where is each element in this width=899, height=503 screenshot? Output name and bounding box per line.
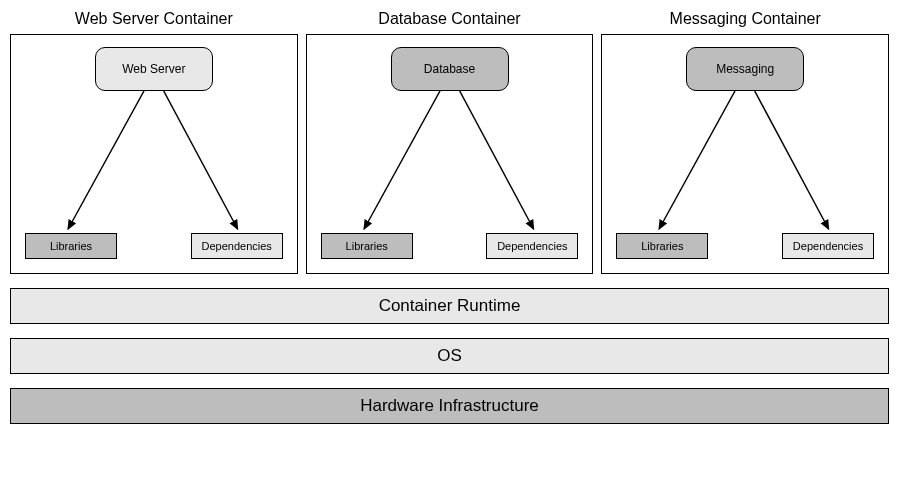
layer-os: OS bbox=[10, 338, 889, 374]
service-label: Web Server bbox=[122, 62, 185, 76]
layer-label: OS bbox=[437, 346, 462, 366]
service-label: Messaging bbox=[716, 62, 774, 76]
svg-line-1 bbox=[164, 91, 238, 229]
container-title: Database Container bbox=[378, 10, 520, 28]
container-box-messaging: Messaging Libraries Dependencies bbox=[601, 34, 889, 274]
svg-line-4 bbox=[659, 91, 735, 229]
libraries-label: Libraries bbox=[50, 240, 92, 252]
arrows-icon bbox=[602, 91, 888, 236]
container-col-database: Database Container Database Libraries De… bbox=[306, 10, 594, 274]
dependencies-label: Dependencies bbox=[202, 240, 272, 252]
layer-label: Hardware Infrastructure bbox=[360, 396, 539, 416]
arrows-icon bbox=[11, 91, 297, 236]
dependencies-label: Dependencies bbox=[497, 240, 567, 252]
svg-line-2 bbox=[364, 91, 440, 229]
svg-line-0 bbox=[68, 91, 144, 229]
svg-line-5 bbox=[755, 91, 829, 229]
container-title: Web Server Container bbox=[75, 10, 233, 28]
arrows-icon bbox=[307, 91, 593, 236]
dependencies-box: Dependencies bbox=[486, 233, 578, 259]
libraries-box: Libraries bbox=[616, 233, 708, 259]
service-label: Database bbox=[424, 62, 475, 76]
service-box-database: Database bbox=[391, 47, 509, 91]
dependencies-box: Dependencies bbox=[782, 233, 874, 259]
container-col-messaging: Messaging Container Messaging Libraries … bbox=[601, 10, 889, 274]
containers-row: Web Server Container Web Server Librarie… bbox=[10, 10, 889, 274]
libraries-label: Libraries bbox=[641, 240, 683, 252]
layer-container-runtime: Container Runtime bbox=[10, 288, 889, 324]
libraries-box: Libraries bbox=[321, 233, 413, 259]
container-box-database: Database Libraries Dependencies bbox=[306, 34, 594, 274]
layer-hardware: Hardware Infrastructure bbox=[10, 388, 889, 424]
svg-line-3 bbox=[459, 91, 533, 229]
dependencies-label: Dependencies bbox=[793, 240, 863, 252]
container-title: Messaging Container bbox=[670, 10, 821, 28]
container-box-webserver: Web Server Libraries Dependencies bbox=[10, 34, 298, 274]
dependencies-box: Dependencies bbox=[191, 233, 283, 259]
service-box-webserver: Web Server bbox=[95, 47, 213, 91]
service-box-messaging: Messaging bbox=[686, 47, 804, 91]
libraries-label: Libraries bbox=[346, 240, 388, 252]
libraries-box: Libraries bbox=[25, 233, 117, 259]
layer-label: Container Runtime bbox=[379, 296, 521, 316]
container-col-webserver: Web Server Container Web Server Librarie… bbox=[10, 10, 298, 274]
